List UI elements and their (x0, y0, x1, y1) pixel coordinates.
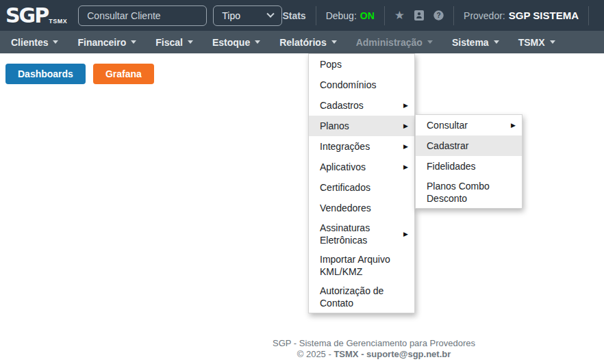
sgp-logo-subtext: TSMX (49, 18, 67, 25)
chevron-down-icon (267, 10, 275, 17)
nav-item-label: TSMX (518, 37, 545, 48)
menu-item-assinaturas-eletronicas[interactable]: Assinaturas Eletrônicas▶ (309, 218, 414, 250)
menu-item-label: Assinaturas Eletrônicas (320, 222, 398, 246)
menu-item-label: Aplicativos (320, 161, 398, 173)
nav-item-label: Sistema (452, 37, 489, 48)
grafana-button[interactable]: Grafana (93, 64, 154, 84)
type-select-value: Tipo (222, 10, 240, 21)
menu-item-label: Fidelidades (427, 160, 516, 172)
menu-item-planos-combo-desconto[interactable]: Planos Combo Desconto (416, 177, 522, 208)
chevron-down-icon (188, 40, 193, 44)
provider-info: Provedor: SGP SISTEMA (464, 10, 579, 21)
submenu-arrow-icon: ▶ (511, 119, 516, 131)
nav-item-tsmx[interactable]: TSMX (509, 31, 565, 53)
divider (384, 6, 385, 25)
menu-item-importar-arquivo-kml-kmz[interactable]: Importar Arquivo KML/KMZ (309, 250, 414, 281)
menu-item-label: Certificados (320, 181, 408, 194)
menu-item-label: Planos Combo Desconto (427, 180, 516, 205)
nav-item-label: Relatórios (279, 37, 326, 48)
submenu-arrow-icon: ▶ (403, 161, 408, 173)
menu-item-label: Integrações (320, 140, 398, 153)
nav-item-sistema[interactable]: Sistema (442, 31, 509, 53)
divider (316, 6, 316, 25)
footer: SGP - Sistema de Gerenciamento para Prov… (0, 338, 604, 360)
menu-item-label: Pops (320, 58, 408, 70)
menu-item-fidelidades[interactable]: Fidelidades (416, 156, 522, 177)
menu-item-condominios[interactable]: Condomínios (309, 75, 414, 95)
content-buttons: DashboardsGrafana (5, 64, 154, 84)
sgp-logo[interactable]: SGP TSMX (5, 6, 67, 25)
sgp-logo-text: SGP (5, 6, 48, 25)
planos-submenu: Consultar▶CadastrarFidelidadesPlanos Com… (415, 114, 523, 209)
menu-item-label: Cadastrar (427, 140, 516, 152)
debug-value: ON (360, 10, 375, 21)
menu-item-label: Vendedores (320, 202, 408, 214)
submenu-arrow-icon: ▶ (403, 120, 408, 132)
menu-item-cadastros[interactable]: Cadastros▶ (309, 95, 414, 116)
nav-item-financeiro[interactable]: Financeiro (68, 31, 146, 53)
submenu-arrow-icon: ▶ (403, 228, 408, 240)
footer-copyright: © 2025 - (297, 349, 334, 359)
menu-item-planos[interactable]: Planos▶ (309, 116, 414, 136)
contact-badge-icon[interactable] (414, 10, 424, 21)
nav-item-relatorios[interactable]: Relatórios (270, 31, 346, 53)
favorites-star-icon[interactable]: ★ (394, 10, 405, 21)
menu-item-label: Condomínios (320, 79, 408, 91)
topbar-icons: ★? (394, 10, 444, 21)
search-input[interactable] (78, 5, 207, 26)
topbar: SGP TSMX Tipo Stats Debug: ON ★? Provedo… (0, 0, 604, 31)
type-select[interactable]: Tipo (213, 5, 282, 26)
nav-item-label: Fiscal (155, 37, 183, 48)
administracao-dropdown-menu: PopsCondomíniosCadastros▶Planos▶Integraç… (308, 53, 415, 313)
menu-item-label: Autorização de Contato (320, 285, 408, 309)
nav-item-label: Estoque (212, 37, 250, 48)
divider (453, 6, 454, 25)
footer-support-email: TSMX - suporte@sgp.net.br (334, 349, 451, 359)
svg-text:?: ? (436, 12, 440, 19)
debug-label: Debug: (326, 10, 357, 21)
provider-label: Provedor: (464, 10, 505, 21)
chevron-down-icon (494, 40, 499, 44)
menu-item-pops[interactable]: Pops (309, 54, 414, 75)
nav-item-estoque[interactable]: Estoque (203, 31, 270, 53)
menu-item-integracoes[interactable]: Integrações▶ (309, 136, 414, 157)
nav-item-label: Financeiro (77, 37, 126, 48)
chevron-down-icon (53, 40, 58, 44)
chevron-down-icon (550, 40, 555, 44)
menu-item-autorizacao-de-contato[interactable]: Autorização de Contato (309, 281, 414, 313)
submenu-arrow-icon: ▶ (403, 99, 408, 112)
chevron-down-icon (331, 40, 337, 44)
chevron-down-icon (427, 40, 433, 44)
dashboards-button[interactable]: Dashboards (5, 64, 86, 84)
menu-item-label: Consultar (427, 119, 505, 131)
menu-item-label: Cadastros (320, 99, 398, 112)
debug-status: Debug: ON (326, 10, 375, 21)
menu-item-consultar[interactable]: Consultar▶ (416, 115, 522, 135)
topbar-right: Stats Debug: ON ★? Provedor: SGP SISTEMA (282, 6, 599, 25)
help-question-icon[interactable]: ? (433, 10, 444, 21)
menu-item-cadastrar[interactable]: Cadastrar (416, 135, 522, 156)
footer-line1: SGP - Sistema de Gerenciamento para Prov… (144, 338, 604, 349)
nav-item-administracao[interactable]: Administração (347, 31, 442, 53)
submenu-arrow-icon: ▶ (403, 140, 408, 153)
nav-item-label: Clientes (11, 37, 48, 48)
nav-item-clientes[interactable]: Clientes (1, 31, 68, 53)
footer-line2: © 2025 - TSMX - suporte@sgp.net.br (144, 349, 604, 360)
chevron-down-icon (255, 40, 260, 44)
divider (588, 6, 589, 25)
menu-item-aplicativos[interactable]: Aplicativos▶ (309, 157, 414, 177)
stats-link[interactable]: Stats (282, 10, 305, 21)
provider-value: SGP SISTEMA (509, 10, 579, 21)
nav-item-label: Administração (356, 37, 423, 48)
chevron-down-icon (131, 40, 136, 44)
main-nav: ClientesFinanceiroFiscalEstoqueRelatório… (0, 31, 604, 53)
menu-item-certificados[interactable]: Certificados (309, 177, 414, 198)
menu-item-label: Importar Arquivo KML/KMZ (320, 253, 408, 278)
menu-item-label: Planos (320, 120, 398, 132)
menu-item-vendedores[interactable]: Vendedores (309, 198, 414, 218)
nav-item-fiscal[interactable]: Fiscal (146, 31, 203, 53)
